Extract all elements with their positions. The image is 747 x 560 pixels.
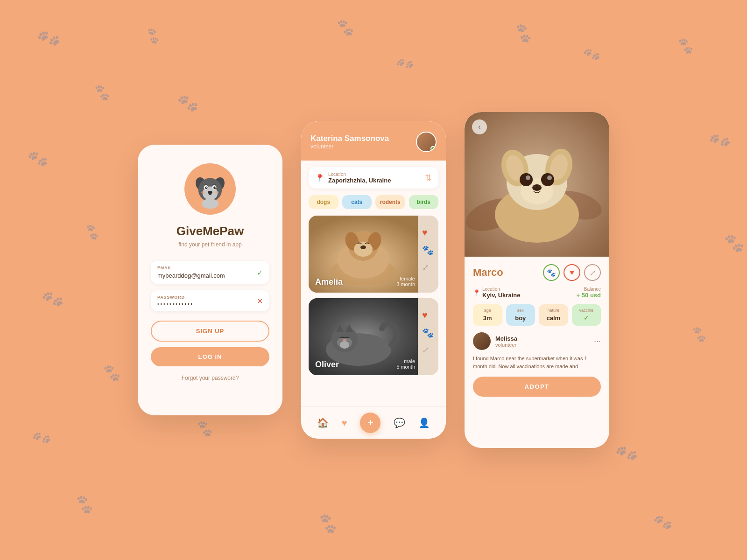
detail-tags: age 3m sex boy nature calm vaccine ✓ (473, 304, 601, 326)
svg-point-7 (213, 187, 216, 189)
svg-point-44 (532, 184, 542, 191)
paw-icon: 🐾 (142, 25, 164, 46)
nature-tag-value: calm (546, 315, 560, 322)
email-value: mybearddog@gmail.com (157, 272, 263, 279)
amelia-age: 3 month (396, 281, 415, 287)
paw-icon: 🐾 (613, 441, 640, 466)
tab-rodents[interactable]: rodents (375, 195, 405, 209)
password-label: PASSWORD (157, 295, 263, 300)
svg-point-46 (538, 186, 541, 188)
app-logo-container (184, 163, 236, 215)
browse-body: 📍 Location Zaporizhzhia, Ukraine ⇅ dogs … (301, 161, 446, 406)
category-tabs: dogs cats rodents birds (309, 195, 438, 209)
browse-header: Katerina Samsonova volunteer (301, 121, 446, 161)
volunteer-avatar (473, 332, 491, 350)
share-action-button[interactable]: ⤢ (584, 264, 601, 281)
app-subtitle: find your pet friend in app (178, 241, 241, 248)
pet-detail-photo: ‹ (465, 112, 609, 257)
svg-point-9 (215, 187, 216, 188)
oliver-age: 5 month (396, 364, 415, 370)
paw-like-icon[interactable]: 🐾 (422, 244, 434, 255)
paw-icon: 🐾 (394, 53, 416, 74)
favorite-heart-icon[interactable]: ♥ (422, 227, 434, 238)
paw-icon: 🐾 (582, 45, 601, 64)
oliver-name-overlay: Oliver (315, 360, 339, 370)
marco-photo (465, 112, 609, 257)
tab-dogs[interactable]: dogs (309, 195, 338, 209)
svg-point-21 (360, 245, 366, 249)
vaccine-tag-label: vaccine (574, 308, 599, 313)
password-field[interactable]: PASSWORD •••••••••••• ✕ (151, 290, 269, 311)
nav-home-icon[interactable]: 🏠 (317, 417, 329, 428)
balance-group: Balance + 50 usd (577, 287, 601, 299)
svg-point-12 (215, 191, 219, 194)
tab-birds[interactable]: birds (409, 195, 439, 209)
paw-icon: 🐾 (30, 427, 52, 448)
dog-illustration (189, 168, 231, 210)
pet-card-oliver[interactable]: ♥ 🐾 ⤢ Oliver male 5 month (309, 298, 438, 375)
paw-icon: 🐾 (707, 127, 733, 153)
sex-tag-value: boy (515, 315, 526, 322)
favorite-heart-icon[interactable]: ♥ (422, 309, 434, 320)
location-inner: 📍 Location Zaporizhzhia, Ukraine (315, 172, 391, 184)
nav-heart-icon[interactable]: ♥ (342, 418, 347, 428)
email-field[interactable]: EMAIL mybearddog@gmail.com ✓ (151, 261, 269, 284)
detail-body: Marco 🐾 ♥ ⤢ 📍 Location Kyiv, Ukraine (465, 257, 609, 448)
nav-chat-icon[interactable]: 💬 (394, 417, 405, 428)
age-tag-value: 3m (483, 315, 492, 322)
nav-add-button[interactable]: + (360, 413, 381, 433)
oliver-name: Oliver (315, 360, 339, 370)
forgot-password-link[interactable]: Forgot your password? (182, 375, 239, 381)
oliver-detail-overlay: male 5 month (396, 358, 415, 370)
svg-point-42 (526, 175, 530, 180)
signup-button[interactable]: SIGN UP (151, 321, 269, 342)
svg-point-6 (205, 187, 207, 189)
share-icon[interactable]: ⤢ (422, 344, 434, 355)
paw-icon: 🐾 (335, 17, 356, 38)
amelia-name-overlay: Amelia (315, 277, 343, 287)
detail-screen: ‹ Marco 🐾 ♥ ⤢ 📍 Location Kyiv (465, 112, 609, 448)
user-avatar[interactable] (416, 132, 437, 152)
paw-icon: 🐾 (511, 20, 536, 45)
paw-icon: 🐾 (675, 35, 696, 56)
paw-icon: 🐾 (27, 148, 49, 170)
paw-icon: 🐾 (92, 82, 113, 102)
volunteer-name: Melissa (495, 335, 517, 342)
online-status-dot (430, 146, 435, 151)
svg-point-29 (340, 341, 349, 349)
vaccine-tag-value: ✓ (584, 315, 589, 322)
sort-icon[interactable]: ⇅ (425, 173, 432, 183)
amelia-name: Amelia (315, 277, 343, 287)
location-label: Location (328, 172, 391, 177)
login-button[interactable]: LOG IN (151, 347, 269, 366)
balance-label: Balance (577, 287, 601, 292)
share-icon[interactable]: ⤢ (422, 262, 434, 272)
pet-card-amelia[interactable]: ♥ 🐾 ⤢ Amelia female 3 month (309, 216, 438, 293)
tag-vaccine: vaccine ✓ (572, 304, 601, 326)
heart-action-button[interactable]: ♥ (564, 264, 580, 281)
paw-icon: 🐾 (82, 221, 103, 242)
detail-action-buttons: 🐾 ♥ ⤢ (543, 264, 601, 281)
tab-cats[interactable]: cats (342, 195, 372, 209)
location-value: Zaporizhzhia, Ukraine (328, 177, 391, 184)
tag-nature: nature calm (539, 304, 568, 326)
back-button[interactable]: ‹ (472, 119, 487, 134)
adopt-button[interactable]: ADOPT (473, 377, 601, 397)
browse-screen: Katerina Samsonova volunteer 📍 Location … (301, 121, 446, 439)
paw-icon: 🐾 (101, 363, 123, 383)
paw-action-button[interactable]: 🐾 (543, 264, 560, 281)
svg-point-43 (547, 175, 552, 180)
paw-icon: 🐾 (315, 511, 341, 536)
clear-icon[interactable]: ✕ (257, 296, 263, 305)
nav-profile-icon[interactable]: 👤 (418, 417, 430, 428)
location-row: 📍 Location Zaporizhzhia, Ukraine ⇅ (309, 167, 438, 189)
paw-like-icon[interactable]: 🐾 (422, 327, 434, 338)
nature-tag-label: nature (541, 308, 566, 313)
volunteer-row: Melissa volunteer ··· (473, 332, 601, 350)
more-options-icon[interactable]: ··· (594, 336, 601, 346)
user-name: Katerina Samsonova (310, 134, 389, 143)
user-role: volunteer (310, 143, 389, 150)
sex-tag-label: sex (508, 308, 534, 313)
email-label: EMAIL (157, 266, 263, 270)
bottom-nav: 🏠 ♥ + 💬 👤 (301, 406, 446, 439)
